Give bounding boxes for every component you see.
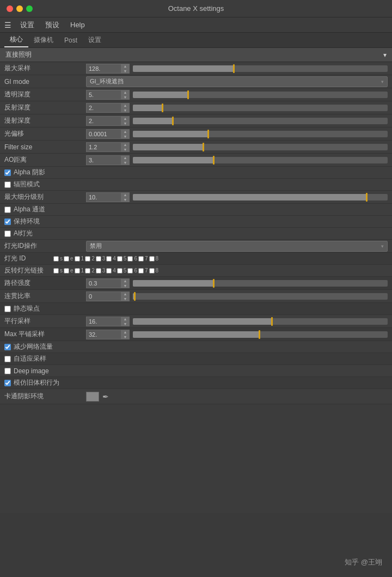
cb-reduce-traffic[interactable] [4, 344, 11, 350]
cb-inv-8[interactable] [149, 268, 155, 274]
lightid-5: 5 [117, 256, 127, 262]
tab-camera[interactable]: 摄像机 [28, 33, 59, 47]
cb-inv-s[interactable] [53, 268, 59, 274]
input-path-strength[interactable]: ▲ ▼ [86, 278, 130, 288]
cb-lid-6[interactable] [127, 256, 133, 262]
minimize-button[interactable] [16, 5, 23, 12]
cb-inv-7[interactable] [138, 268, 144, 274]
slider-trans-depth[interactable] [133, 92, 388, 98]
spin-up-parallel[interactable]: ▲ [121, 317, 130, 321]
spin-down-coherent[interactable]: ▼ [121, 296, 130, 301]
spin-down-tile[interactable]: ▼ [121, 335, 130, 339]
spin-down-trans[interactable]: ▼ [121, 95, 130, 100]
slider-reflect-depth[interactable] [133, 105, 388, 111]
cb-lid-2[interactable] [85, 256, 90, 262]
spin-down-parallel[interactable]: ▼ [121, 321, 130, 326]
light-id-op-dropdown[interactable]: 禁用 ▾ [86, 241, 388, 252]
slider-ao-dist[interactable] [133, 157, 388, 163]
spin-up-tile[interactable]: ▲ [121, 330, 130, 335]
section-header-direct-lighting[interactable]: 直接照明 ▾ [0, 48, 392, 62]
input-coherent-ratio[interactable]: ▲ ▼ [86, 291, 130, 301]
spin-up-epsilon[interactable]: ▲ [121, 129, 130, 134]
spin-down-subdiv[interactable]: ▼ [121, 197, 130, 202]
slider-max-subdiv[interactable] [133, 194, 388, 201]
cb-adaptive-sampling[interactable] [4, 356, 11, 362]
cb-lid-7[interactable] [138, 256, 144, 262]
cb-inv-e[interactable] [64, 268, 69, 274]
slider-max-tile-samples[interactable] [133, 331, 388, 338]
spin-down-diffuse[interactable]: ▼ [121, 121, 130, 126]
slider-thumb [233, 64, 235, 73]
input-parallel-samples[interactable]: ▲ ▼ [86, 317, 130, 326]
input-ray-epsilon[interactable]: ▲ ▼ [86, 129, 130, 139]
cb-ai-light[interactable] [4, 230, 11, 237]
spin-down-path[interactable]: ▼ [121, 283, 130, 288]
spin-up[interactable]: ▲ [121, 64, 130, 69]
hamburger-icon[interactable]: ☰ [4, 21, 11, 29]
cb-alpha-shadow[interactable] [4, 169, 11, 176]
tab-core[interactable]: 核心 [4, 33, 28, 47]
row-max-tile-samples: Max 平铺采样 ▲ ▼ [0, 328, 392, 341]
tab-settings[interactable]: 设置 [83, 33, 107, 47]
spin-down-ao[interactable]: ▼ [121, 160, 130, 165]
spin-up-filter[interactable]: ▲ [121, 142, 130, 147]
label-reflect-depth: 反射深度 [4, 103, 86, 112]
cb-lid-s[interactable] [53, 256, 59, 262]
input-max-samples[interactable]: ▲ ▼ [86, 64, 130, 74]
input-diffuse-depth[interactable]: ▲ ▼ [86, 116, 130, 126]
slider-ray-epsilon[interactable] [133, 131, 388, 137]
cb-lid-1[interactable] [75, 256, 80, 262]
eyedropper-icon[interactable]: ✒ [102, 392, 109, 401]
cb-inv-4[interactable] [106, 268, 112, 274]
slider-filter-size[interactable] [133, 144, 388, 150]
maximize-button[interactable] [26, 5, 33, 12]
spin-down-reflect[interactable]: ▼ [121, 108, 130, 113]
spin-up-coherent[interactable]: ▲ [121, 291, 130, 296]
spin-up-subdiv[interactable]: ▲ [121, 192, 130, 197]
input-ao-dist[interactable]: ▲ ▼ [86, 155, 130, 165]
slider-coherent-ratio[interactable] [133, 293, 388, 300]
cb-deep-image[interactable] [4, 368, 11, 374]
spin-down[interactable]: ▼ [121, 69, 130, 74]
cb-inv-6[interactable] [127, 268, 133, 274]
spin-up-diffuse[interactable]: ▲ [121, 116, 130, 121]
input-reflect-depth[interactable]: ▲ ▼ [86, 103, 130, 113]
slider-path-strength[interactable] [133, 280, 388, 287]
spin-up-ao[interactable]: ▲ [121, 155, 130, 160]
cb-old-vol-behavior[interactable] [4, 380, 11, 386]
menu-settings[interactable]: 设置 [16, 19, 39, 31]
cb-inv-1[interactable] [75, 268, 80, 274]
spin-down-epsilon[interactable]: ▼ [121, 134, 130, 139]
input-filter-size[interactable]: ▲ ▼ [86, 142, 130, 152]
spin-up-trans[interactable]: ▲ [121, 90, 130, 95]
cb-keep-env[interactable] [4, 218, 11, 225]
cb-static-noise[interactable] [4, 306, 11, 312]
close-button[interactable] [7, 5, 13, 12]
spin-up-path[interactable]: ▲ [121, 278, 130, 283]
cb-inv-3[interactable] [96, 268, 101, 274]
cb-lid-e[interactable] [64, 256, 69, 262]
input-max-tile-samples[interactable]: ▲ ▼ [86, 330, 130, 339]
slider-diffuse-depth[interactable] [133, 118, 388, 124]
cb-inv-2[interactable] [85, 268, 90, 274]
cb-irrad-mode[interactable] [4, 181, 11, 188]
spin-up-reflect[interactable]: ▲ [121, 103, 130, 108]
gi-mode-dropdown[interactable]: GI_环境遮挡 ▾ [86, 76, 388, 87]
tab-post[interactable]: Post [59, 34, 83, 46]
row-diffuse-depth: 漫射深度 ▲ ▼ [0, 114, 392, 127]
shadow-env-swatch[interactable] [86, 392, 99, 402]
cb-lid-4[interactable] [106, 256, 112, 262]
cb-lid-3[interactable] [96, 256, 101, 262]
input-max-subdiv[interactable]: ▲ ▼ [86, 192, 130, 202]
cb-alpha-channel[interactable] [4, 206, 11, 213]
cb-lid-5[interactable] [117, 256, 122, 262]
cb-lid-8[interactable] [149, 256, 155, 262]
input-trans-depth[interactable]: ▲ ▼ [86, 90, 130, 100]
slider-max-samples[interactable] [133, 65, 388, 72]
menu-presets[interactable]: 预设 [41, 19, 64, 31]
menu-help[interactable]: Help [66, 20, 89, 30]
spin-down-filter[interactable]: ▼ [121, 147, 130, 152]
row-max-subdiv: 最大细分级别 ▲ ▼ [0, 191, 392, 204]
cb-inv-5[interactable] [117, 268, 122, 274]
slider-parallel-samples[interactable] [133, 318, 388, 325]
